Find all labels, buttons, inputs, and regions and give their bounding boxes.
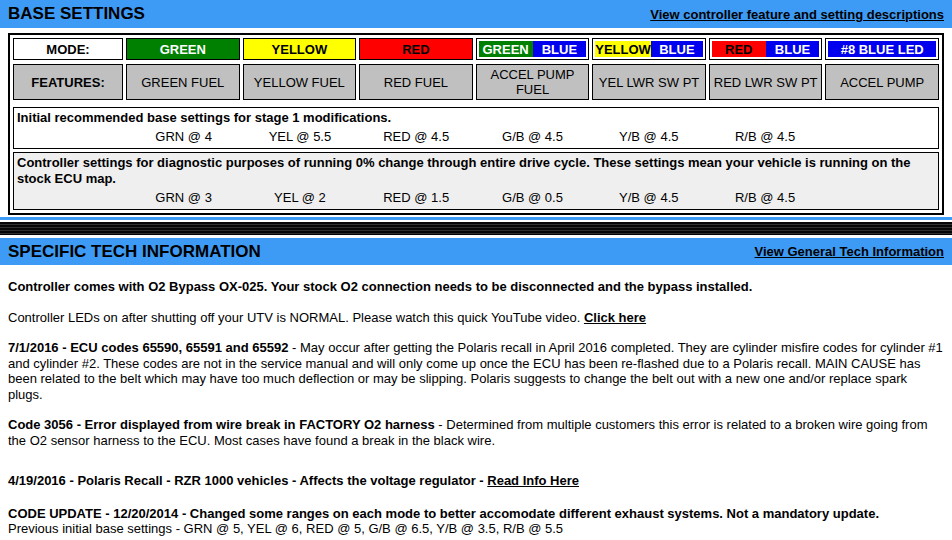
mode-green-blue-right: BLUE (533, 41, 587, 57)
previous-zero-change-line: Previous settings for 0% change - GRN @ … (8, 537, 944, 540)
feature-cell-green-fuel: GREEN FUEL (126, 64, 240, 100)
feature-cell-yellow-fuel: YELLOW FUEL (243, 64, 357, 100)
mode-red-blue-right: BLUE (766, 41, 820, 57)
leds-paragraph: Controller LEDs on after shutting off yo… (8, 310, 944, 326)
feature-cell-red-lwr-sw-pt: RED LWR SW PT (709, 64, 823, 100)
features-label-cell: FEATURES: (13, 64, 123, 100)
base-settings-header-bar: BASE SETTINGS View controller feature an… (0, 0, 952, 28)
blue-divider-line (0, 217, 952, 220)
mode-cell-green-blue: GREEN BLUE (476, 38, 590, 60)
value-yel: YEL @ 5.5 (243, 129, 356, 145)
o2-bypass-paragraph: Controller comes with O2 Bypass OX-025. … (8, 279, 944, 295)
feature-cell-red-fuel: RED FUEL (359, 64, 473, 100)
values-spacer (14, 129, 124, 145)
mode-blue-led-box: #8 BLUE LED (828, 41, 936, 57)
black-striped-divider (0, 222, 952, 235)
feature-descriptions-link[interactable]: View controller feature and setting desc… (650, 7, 944, 22)
general-tech-info-link[interactable]: View General Tech Information (754, 244, 944, 259)
polaris-recall-bold: 4/19/2016 - Polaris Recall - RZR 1000 ve… (8, 473, 487, 488)
polaris-recall-paragraph: 4/19/2016 - Polaris Recall - RZR 1000 ve… (8, 473, 944, 489)
mode-red-blue-left: RED (712, 41, 766, 57)
leds-text: Controller LEDs on after shutting off yo… (8, 310, 584, 325)
value-yb: Y/B @ 4.5 (592, 129, 705, 145)
values-spacer (825, 129, 938, 145)
value-rb: R/B @ 4.5 (708, 129, 821, 145)
feature-cell-accel-pump-fuel: ACCEL PUMP FUEL (476, 64, 590, 100)
value-yb: Y/B @ 4.5 (592, 190, 705, 206)
code-3056-paragraph: Code 3056 - Error displayed from wire br… (8, 417, 944, 448)
diagnostic-settings-title: Controller settings for diagnostic purpo… (14, 154, 938, 188)
value-rb: R/B @ 4.5 (708, 190, 821, 206)
mode-cell-yellow-blue: YELLOW BLUE (592, 38, 706, 60)
previous-base-settings-line: Previous initial base settings - GRN @ 5… (8, 521, 944, 537)
mode-yellow-blue-right: BLUE (651, 41, 703, 57)
diagnostic-settings-section: Controller settings for diagnostic purpo… (13, 152, 939, 210)
ecu-codes-paragraph: 7/1/2016 - ECU codes 65590, 65591 and 65… (8, 340, 944, 402)
click-here-link[interactable]: Click here (584, 310, 646, 325)
mode-cell-red: RED (359, 38, 473, 60)
tech-info-header-bar: SPECIFIC TECH INFORMATION View General T… (0, 238, 952, 265)
base-settings-table: MODE: GREEN YELLOW RED GREEN BLUE YELLOW… (8, 33, 944, 215)
features-row: FEATURES: GREEN FUEL YELLOW FUEL RED FUE… (13, 64, 939, 100)
value-gb: G/B @ 4.5 (476, 129, 589, 145)
mode-cell-yellow: YELLOW (243, 38, 357, 60)
mode-row: MODE: GREEN YELLOW RED GREEN BLUE YELLOW… (13, 38, 939, 60)
code-3056-bold: Code 3056 - Error displayed from wire br… (8, 417, 435, 432)
value-red: RED @ 4.5 (360, 129, 473, 145)
values-spacer (825, 190, 938, 206)
feature-cell-yel-lwr-sw-pt: YEL LWR SW PT (592, 64, 706, 100)
tech-info-content: Controller comes with O2 Bypass OX-025. … (8, 265, 944, 540)
mode-cell-green: GREEN (126, 38, 240, 60)
feature-cell-accel-pump: ACCEL PUMP (825, 64, 939, 100)
value-grn: GRN @ 4 (127, 129, 240, 145)
initial-settings-values: GRN @ 4 YEL @ 5.5 RED @ 4.5 G/B @ 4.5 Y/… (14, 127, 938, 146)
value-yel: YEL @ 2 (243, 190, 356, 206)
diagnostic-settings-values: GRN @ 3 YEL @ 2 RED @ 1.5 G/B @ 0.5 Y/B … (14, 188, 938, 207)
mode-label-cell: MODE: (13, 38, 123, 60)
values-spacer (14, 190, 124, 206)
value-red: RED @ 1.5 (360, 190, 473, 206)
value-grn: GRN @ 3 (127, 190, 240, 206)
mode-green-blue-left: GREEN (479, 41, 533, 57)
initial-settings-section: Initial recommended base settings for st… (13, 107, 939, 149)
read-info-here-link[interactable]: Read Info Here (487, 473, 579, 488)
ecu-codes-bold: 7/1/2016 - ECU codes 65590, 65591 and 65… (8, 340, 288, 355)
tech-info-title: SPECIFIC TECH INFORMATION (8, 242, 261, 262)
mode-yellow-blue-left: YELLOW (595, 41, 651, 57)
mode-cell-red-blue: RED BLUE (709, 38, 823, 60)
initial-settings-title: Initial recommended base settings for st… (14, 109, 938, 127)
code-update-paragraph: CODE UPDATE - 12/20/2014 - Changed some … (8, 506, 944, 522)
base-settings-title: BASE SETTINGS (8, 4, 145, 24)
value-gb: G/B @ 0.5 (476, 190, 589, 206)
mode-cell-blue-led: #8 BLUE LED (825, 38, 939, 60)
